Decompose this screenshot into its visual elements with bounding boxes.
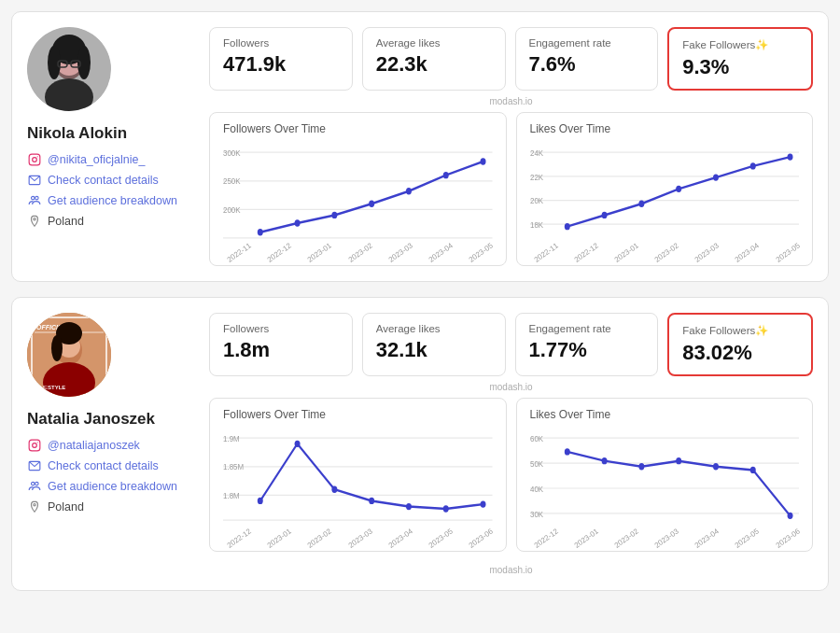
followers-chart-title-2: Followers Over Time <box>223 408 493 421</box>
svg-point-92 <box>749 467 755 473</box>
fake-followers-stat-2: Fake Followers✨ 83.02% <box>667 313 813 376</box>
svg-point-41 <box>638 201 644 207</box>
engagement-value-2: 1.77% <box>529 338 645 362</box>
audience-icon-1 <box>27 193 42 208</box>
avg-likes-value-2: 32.1k <box>376 338 492 362</box>
followers-value-1: 471.9k <box>223 52 339 77</box>
likes-chart-svg-2: 60K 50K 40K 30K <box>530 427 800 529</box>
svg-point-74 <box>331 486 337 493</box>
location-icon-1 <box>27 214 42 229</box>
svg-point-87 <box>564 448 569 455</box>
followers-label-1: Followers <box>223 37 339 49</box>
svg-point-93 <box>787 513 792 519</box>
location-icon-2 <box>27 499 42 514</box>
audience-row-2: Get audience breakdown <box>27 479 177 494</box>
svg-point-44 <box>749 162 755 169</box>
username-row-1: @nikita_oficjalnie_ <box>27 152 145 167</box>
svg-point-11 <box>33 158 37 162</box>
svg-text:60K: 60K <box>530 433 543 443</box>
avg-likes-stat-2: Average likes 32.1k <box>362 313 506 376</box>
followers-chart-1: Followers Over Time 300K 250K 200K <box>209 112 507 266</box>
svg-point-5 <box>48 46 61 79</box>
svg-point-72 <box>258 498 263 504</box>
svg-rect-58 <box>29 440 40 451</box>
svg-point-62 <box>32 482 35 485</box>
svg-text:50K: 50K <box>530 458 543 469</box>
likes-x-labels-1: 2022-11 2022-12 2023-01 2023-02 2023-03 … <box>530 249 800 258</box>
watermark-bottom-2: modash.io <box>209 565 813 575</box>
contact-row-2: Check contact details <box>27 458 159 473</box>
followers-chart-2: Followers Over Time 1.9M 1.85M 1.8M <box>209 398 507 552</box>
get-audience-link-2[interactable]: Get audience breakdown <box>48 480 177 493</box>
svg-point-90 <box>676 457 681 464</box>
svg-point-89 <box>638 463 644 470</box>
engagement-stat-2: Engagement rate 1.77% <box>515 313 659 376</box>
engagement-label-2: Engagement rate <box>529 323 645 334</box>
svg-text:1.85M: 1.85M <box>223 462 244 472</box>
svg-text:22K: 22K <box>530 172 543 182</box>
audience-row-1: Get audience breakdown <box>27 193 177 208</box>
get-audience-link-1[interactable]: Get audience breakdown <box>48 194 177 207</box>
svg-point-27 <box>369 201 374 207</box>
charts-row-2: Followers Over Time 1.9M 1.85M 1.8M <box>209 398 813 552</box>
influencer-name-1: Nikola Alokin <box>27 124 127 143</box>
location-text-1: Poland <box>48 215 84 228</box>
svg-text:300K: 300K <box>223 148 241 158</box>
svg-point-40 <box>601 212 607 218</box>
svg-point-12 <box>37 156 38 157</box>
svg-point-45 <box>787 153 792 160</box>
likes-x-labels-2: 2022-12 2023-01 2023-02 2023-03 2023-04 … <box>530 535 800 543</box>
email-icon-2 <box>27 458 42 473</box>
likes-chart-2: Likes Over Time 60K 50K 40K 30K <box>516 398 814 552</box>
engagement-stat-1: Engagement rate 7.6% <box>515 27 659 91</box>
instagram-icon-2 <box>27 438 42 453</box>
influencer-card-2: OFFICIEL THE STYLE Natalia Janoszek <box>11 297 829 591</box>
influencer-name-2: Natalia Janoszek <box>27 410 155 429</box>
check-contact-link-2[interactable]: Check contact details <box>48 459 159 472</box>
svg-point-42 <box>676 186 681 192</box>
svg-text:40K: 40K <box>530 484 543 494</box>
username-row-2: @nataliajanoszek <box>27 438 140 453</box>
svg-text:200K: 200K <box>223 204 241 215</box>
left-panel-1: Nikola Alokin @nikita_oficjalnie_ Check … <box>27 27 190 266</box>
svg-point-39 <box>564 223 569 230</box>
svg-point-24 <box>258 229 263 235</box>
avg-likes-label-1: Average likes <box>376 37 492 49</box>
avg-likes-label-2: Average likes <box>376 323 492 334</box>
avatar-2: OFFICIEL THE STYLE <box>27 313 111 397</box>
svg-point-78 <box>481 500 486 507</box>
svg-text:24K: 24K <box>530 148 543 158</box>
svg-point-76 <box>406 503 412 510</box>
username-link-2[interactable]: @nataliajanoszek <box>48 439 140 452</box>
right-panel-2: Followers 1.8m Average likes 32.1k Engag… <box>209 313 813 575</box>
svg-point-63 <box>35 482 39 485</box>
svg-point-91 <box>712 463 718 470</box>
location-row-2: Poland <box>27 499 84 514</box>
likes-chart-title-2: Likes Over Time <box>530 408 800 421</box>
svg-point-14 <box>32 196 35 200</box>
followers-stat-1: Followers 471.9k <box>209 27 353 91</box>
svg-point-55 <box>51 335 63 361</box>
svg-text:18K: 18K <box>530 219 543 230</box>
email-icon-1 <box>27 173 42 188</box>
fake-followers-value-1: 9.3% <box>682 55 798 79</box>
svg-point-26 <box>331 212 337 218</box>
svg-point-29 <box>443 172 449 178</box>
svg-point-15 <box>35 196 39 200</box>
svg-text:1.9M: 1.9M <box>223 433 240 443</box>
svg-point-25 <box>295 219 301 226</box>
followers-chart-svg-1: 300K 250K 200K <box>223 141 493 244</box>
svg-text:STYLE: STYLE <box>48 385 65 390</box>
influencer-card-1: Nikola Alokin @nikita_oficjalnie_ Check … <box>11 11 829 282</box>
svg-text:20K: 20K <box>530 195 543 205</box>
followers-x-labels-2: 2022-12 2023-01 2023-02 2023-03 2023-04 … <box>223 535 493 543</box>
location-row-1: Poland <box>27 214 84 229</box>
engagement-label-1: Engagement rate <box>529 37 645 49</box>
avg-likes-stat-1: Average likes 22.3k <box>362 27 506 91</box>
avatar-1 <box>27 27 111 111</box>
watermark-2: modash.io <box>209 382 813 392</box>
fake-followers-label-2: Fake Followers✨ <box>682 324 798 337</box>
username-link-1[interactable]: @nikita_oficjalnie_ <box>48 153 145 166</box>
check-contact-link-1[interactable]: Check contact details <box>48 174 159 187</box>
svg-point-28 <box>406 188 412 194</box>
